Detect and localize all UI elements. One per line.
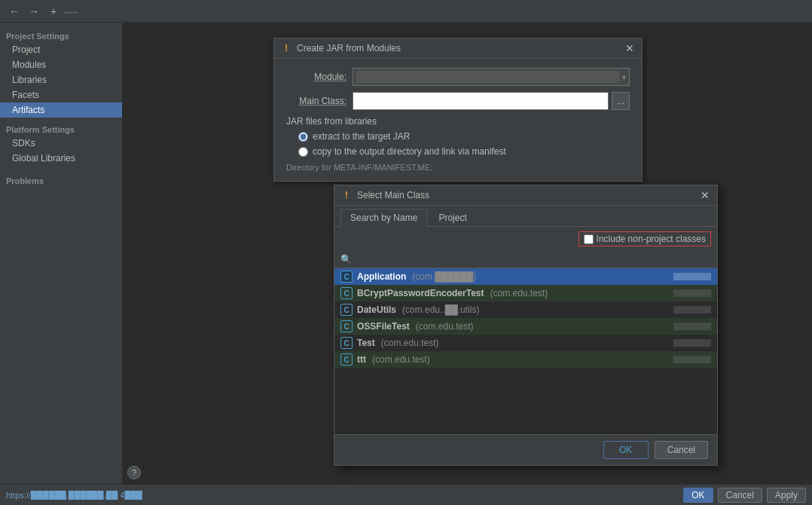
module-combo-text (356, 71, 619, 83)
sidebar-item-global-libraries[interactable]: Global Libraries (0, 151, 122, 166)
browse-button[interactable]: ... (612, 92, 630, 110)
main-class-label: Main Class: (286, 96, 346, 106)
class-item-0[interactable]: C Application (com.██████) (334, 268, 717, 285)
class-list: C Application (com.██████) C BCryptPassw… (334, 268, 717, 434)
select-dialog-close[interactable]: ✕ (699, 189, 711, 201)
class-name-1: BCryptPasswordEncoderTest (357, 288, 484, 298)
search-row: 🔍 (334, 251, 717, 268)
class-name-2: DateUtils (357, 305, 396, 315)
main-class-input-wrap: ... (353, 92, 630, 110)
jar-dialog: ! Create JAR from Modules ✕ Module: ▾ (273, 38, 643, 182)
forward-button[interactable]: → (26, 3, 42, 20)
main-content: Nothing to show ! Create JAR from Module… (123, 23, 812, 484)
class-item-4[interactable]: C Test (com.edu.test) (334, 335, 717, 351)
include-checkbox-row: Include non-project classes (334, 227, 717, 251)
jar-files-label: JAR files from libraries (286, 116, 630, 127)
class-module-0 (673, 273, 711, 280)
class-name-5: ttt (357, 354, 366, 365)
back-button[interactable]: ← (6, 3, 23, 20)
class-item-2[interactable]: C DateUtils (com.edu..██.utils) (334, 301, 717, 318)
sidebar-item-facets[interactable]: Facets (0, 87, 122, 103)
module-input-wrap: ▾ (353, 68, 630, 86)
platform-settings-label: Platform Settings (0, 122, 122, 136)
class-icon-1: C (340, 287, 353, 299)
class-module-2 (673, 306, 711, 314)
url-text: https://██████.██████.██ 4███ (6, 491, 679, 500)
class-module-4 (673, 339, 711, 347)
class-item-5[interactable]: C ttt (com.edu.test) (334, 351, 717, 368)
bottom-apply-button[interactable]: Apply (767, 488, 806, 503)
module-row: Module: ▾ (286, 68, 630, 86)
extract-label: extract to the target JAR (313, 131, 410, 142)
top-toolbar: ← → + — (0, 0, 812, 23)
class-icon-0: C (340, 271, 353, 283)
bottom-cancel-button[interactable]: Cancel (718, 488, 762, 503)
copy-radio-row: copy to the output directory and link vi… (298, 146, 630, 157)
tabs-bar: Search by Name Project (334, 206, 717, 227)
jar-dialog-title: Create JAR from Modules (297, 43, 401, 54)
copy-label: copy to the output directory and link vi… (313, 146, 506, 157)
help-icon[interactable]: ? (127, 466, 141, 479)
search-input[interactable] (355, 254, 711, 265)
sidebar: Project Settings Project Modules Librari… (0, 23, 123, 484)
class-icon-4: C (340, 337, 353, 349)
class-icon-2: C (340, 304, 353, 316)
directory-note: Directory for META-INF/MANIFEST.ME: (286, 163, 630, 172)
include-non-project-label: Include non-project classes (597, 234, 706, 244)
class-module-5 (673, 356, 711, 363)
module-combo[interactable]: ▾ (353, 68, 630, 86)
jar-dialog-titlebar: ! Create JAR from Modules ✕ (274, 38, 642, 59)
tab-search-by-name[interactable]: Search by Name (340, 209, 427, 227)
select-dialog-title: Select Main Class (357, 190, 429, 200)
dialog-layer: ! Create JAR from Modules ✕ Module: ▾ (123, 23, 812, 484)
sidebar-item-modules[interactable]: Modules (0, 57, 122, 72)
select-main-class-dialog: ! Select Main Class ✕ Search by Name Pro… (334, 185, 718, 466)
class-package-5: (com.edu.test) (372, 354, 430, 365)
sidebar-item-artifacts[interactable]: Artifacts (0, 103, 122, 118)
class-package-1: (com.edu.test) (490, 288, 548, 298)
select-dialog-titlebar: ! Select Main Class ✕ (334, 185, 717, 206)
class-name-3: OSSFileTest (357, 321, 410, 332)
jar-dialog-close[interactable]: ✕ (624, 42, 636, 54)
sidebar-item-sdks[interactable]: SDKs (0, 136, 122, 151)
class-icon-5: C (340, 354, 353, 366)
sidebar-item-project[interactable]: Project (0, 42, 122, 57)
class-name-4: Test (357, 338, 375, 348)
problems-label: Problems (0, 173, 122, 187)
jar-dialog-icon: ! (280, 42, 292, 54)
include-non-project-checkbox[interactable] (584, 234, 594, 244)
project-settings-label: Project Settings (0, 29, 122, 42)
bottom-ok-button[interactable]: OK (683, 488, 713, 503)
main-area: Project Settings Project Modules Librari… (0, 23, 812, 484)
select-cancel-button[interactable]: Cancel (655, 441, 708, 459)
search-icon: 🔍 (340, 254, 352, 265)
combo-arrow-icon: ▾ (622, 73, 626, 81)
copy-radio[interactable] (298, 147, 308, 157)
class-item-3[interactable]: C OSSFileTest (com.edu.test) (334, 318, 717, 335)
sidebar-item-libraries[interactable]: Libraries (0, 72, 122, 87)
class-icon-3: C (340, 320, 353, 332)
radio-group: extract to the target JAR copy to the ou… (286, 131, 630, 157)
class-item-1[interactable]: C BCryptPasswordEncoderTest (com.edu.tes… (334, 285, 717, 301)
include-checkbox-container: Include non-project classes (578, 231, 711, 246)
class-package-0: (com.██████) (412, 271, 476, 282)
class-package-2: (com.edu..██.utils) (402, 305, 479, 315)
select-ok-button[interactable]: OK (603, 441, 649, 459)
select-dialog-icon: ! (340, 189, 353, 201)
class-name-0: Application (357, 271, 406, 282)
jar-dialog-body: Module: ▾ Main Class: ... (274, 59, 642, 181)
extract-radio-row: extract to the target JAR (298, 131, 630, 142)
extract-radio[interactable] (298, 132, 308, 142)
module-label: Module: (286, 72, 346, 82)
class-package-3: (com.edu.test) (416, 321, 474, 332)
main-class-row: Main Class: ... (286, 92, 630, 110)
add-button[interactable]: + (45, 3, 62, 20)
class-module-1 (673, 289, 711, 297)
tab-project[interactable]: Project (429, 209, 476, 227)
class-module-3 (673, 323, 711, 330)
bottom-bar: https://██████.██████.██ 4███ OK Cancel … (0, 484, 812, 505)
class-package-4: (com.edu.test) (381, 338, 439, 348)
select-dialog-footer: OK Cancel (334, 434, 717, 465)
main-class-input[interactable] (353, 92, 609, 110)
